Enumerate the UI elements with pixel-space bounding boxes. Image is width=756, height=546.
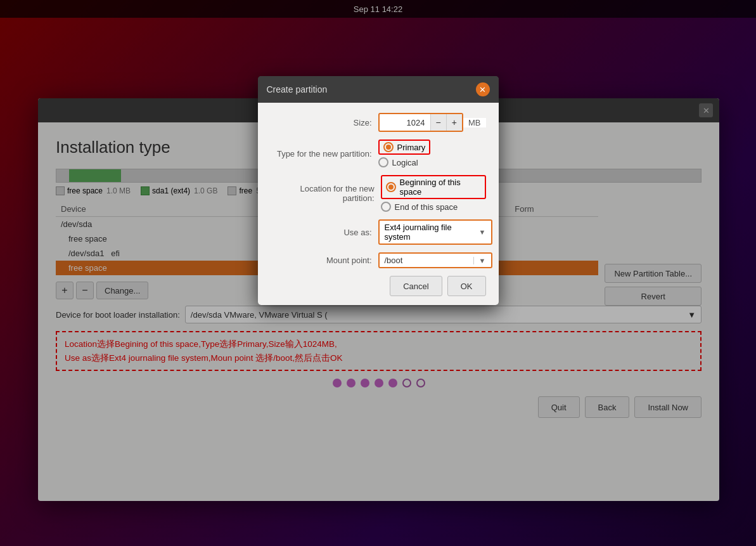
radio-logical-outer xyxy=(378,157,388,167)
type-primary-label: Primary xyxy=(397,143,426,152)
use-as-select[interactable]: Ext4 journaling file system ▼ xyxy=(378,219,492,245)
mount-input-group: /boot ▼ xyxy=(378,252,492,268)
size-row: Size: 1024 − + MB xyxy=(271,113,486,132)
type-label: Type for the new partition: xyxy=(271,149,378,159)
radio-primary-inner xyxy=(386,145,391,150)
ok-button[interactable]: OK xyxy=(447,276,486,296)
mount-point-row: Mount point: /boot ▼ xyxy=(271,252,486,268)
use-as-arrow: ▼ xyxy=(479,228,486,236)
type-radio-group: Primary Logical xyxy=(378,140,431,167)
type-logical-option[interactable]: Logical xyxy=(378,157,431,167)
location-radio-group: Beginning of this space End of this spac… xyxy=(381,175,486,212)
dialog-body: Size: 1024 − + MB Type for the new parti… xyxy=(258,103,499,305)
location-beginning-label: Beginning of this space xyxy=(400,178,481,197)
location-row: Location for the new partition: Beginnin… xyxy=(271,175,486,212)
dialog-title: Create partition xyxy=(267,84,328,94)
size-value: 1024 xyxy=(380,116,430,129)
dialog-close-button[interactable]: ✕ xyxy=(476,82,490,96)
dialog-overlay: Create partition ✕ Size: 1024 − + MB Typ… xyxy=(0,0,756,546)
mount-value: /boot xyxy=(380,254,473,267)
cancel-button[interactable]: Cancel xyxy=(390,276,442,296)
type-primary-option[interactable]: Primary xyxy=(378,140,431,155)
mount-label: Mount point: xyxy=(271,256,378,265)
size-unit: MB xyxy=(463,118,486,127)
type-row: Type for the new partition: Primary Logi… xyxy=(271,140,486,167)
location-end-label: End of this space xyxy=(395,202,458,212)
size-label: Size: xyxy=(271,118,378,127)
use-as-value: Ext4 journaling file system xyxy=(385,223,475,242)
mount-arrow[interactable]: ▼ xyxy=(473,257,491,264)
size-plus-button[interactable]: + xyxy=(446,114,462,131)
use-as-row: Use as: Ext4 journaling file system ▼ xyxy=(271,219,486,245)
radio-end-outer xyxy=(381,202,391,212)
size-input-group: 1024 − + xyxy=(378,113,464,132)
type-logical-label: Logical xyxy=(392,158,418,167)
location-label: Location for the new partition: xyxy=(271,184,381,203)
size-minus-button[interactable]: − xyxy=(430,114,446,131)
radio-beginning-inner xyxy=(388,185,394,190)
location-beginning-option[interactable]: Beginning of this space xyxy=(381,175,486,199)
radio-beginning-outer xyxy=(386,182,396,192)
location-end-option[interactable]: End of this space xyxy=(381,202,486,212)
use-as-label: Use as: xyxy=(271,228,378,237)
dialog-titlebar: Create partition ✕ xyxy=(258,76,499,103)
radio-primary-outer xyxy=(383,142,394,152)
create-partition-dialog: Create partition ✕ Size: 1024 − + MB Typ… xyxy=(258,76,499,305)
dialog-buttons: Cancel OK xyxy=(271,276,486,296)
